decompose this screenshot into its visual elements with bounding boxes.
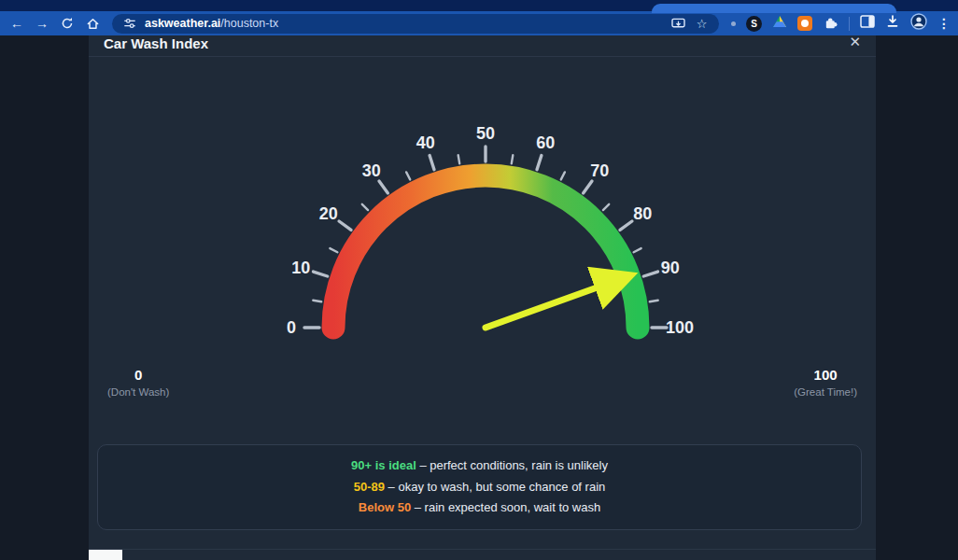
modal-title: Car Wash Index — [104, 35, 208, 51]
legend-rest: – rain expected soon, wait to wash — [411, 500, 600, 514]
legend-highlight: 50-89 — [354, 480, 385, 494]
page-bottom-strip — [89, 550, 122, 560]
legend-line: Below 50 – rain expected soon, wait to w… — [107, 497, 852, 519]
svg-text:60: 60 — [536, 133, 555, 152]
svg-text:70: 70 — [590, 161, 609, 180]
bookmark-star-icon[interactable]: ☆ — [694, 16, 710, 32]
s-extension-icon[interactable]: S — [746, 16, 762, 32]
url-text: askweather.ai/houston-tx — [145, 17, 663, 30]
forward-button[interactable]: → — [33, 14, 51, 33]
legend-box: 90+ is ideal – perfect conditions, rain … — [97, 444, 862, 530]
refresh-icon[interactable] — [58, 14, 77, 33]
car-wash-index-modal: Car Wash Index ✕ 0102030405060708090100 … — [89, 35, 876, 560]
mini-extension-dot-icon[interactable] — [731, 21, 736, 26]
svg-text:0: 0 — [287, 318, 296, 337]
endpoint-right-caption: (Great Time!) — [794, 386, 857, 398]
legend-line: 50-89 – okay to wash, but some chance of… — [107, 477, 852, 498]
svg-text:100: 100 — [666, 318, 694, 337]
drive-extension-icon[interactable] — [772, 15, 787, 32]
svg-text:40: 40 — [416, 133, 435, 152]
svg-text:90: 90 — [661, 259, 680, 277]
browser-tab[interactable] — [652, 4, 896, 13]
address-bar[interactable]: askweather.ai/houston-tx ☆ — [112, 14, 719, 34]
svg-text:80: 80 — [633, 204, 652, 223]
toolbar-divider — [849, 17, 850, 31]
endpoint-right: 100 (Great Time!) — [794, 367, 857, 398]
svg-text:50: 50 — [476, 124, 495, 143]
extensions-puzzle-icon[interactable] — [823, 14, 838, 34]
footer-divider — [89, 549, 876, 550]
window-titlebar — [0, 0, 958, 11]
legend-rest: – okay to wash, but some chance of rain — [385, 480, 605, 494]
downloads-icon[interactable] — [885, 14, 900, 33]
svg-text:30: 30 — [362, 161, 381, 180]
url-path: /houston-tx — [220, 17, 278, 30]
side-panel-icon[interactable] — [860, 15, 875, 32]
profile-avatar[interactable] — [910, 13, 927, 34]
camera-extension-icon[interactable] — [797, 16, 812, 31]
page-background: Car Wash Index ✕ 0102030405060708090100 … — [0, 35, 958, 560]
endpoint-left: 0 (Don't Wash) — [107, 367, 169, 398]
gauge-endpoints: 0 (Don't Wash) 100 (Great Time!) — [89, 367, 876, 398]
url-domain: askweather.ai — [145, 17, 220, 30]
legend-highlight: Below 50 — [359, 500, 411, 514]
cast-icon[interactable] — [670, 16, 686, 32]
svg-text:10: 10 — [291, 259, 310, 277]
back-button[interactable]: ← — [7, 14, 26, 33]
endpoint-left-value: 0 — [107, 367, 169, 383]
legend-line: 90+ is ideal – perfect conditions, rain … — [107, 455, 852, 477]
gauge-svg: 0102030405060708090100 — [89, 57, 882, 356]
site-settings-icon[interactable] — [121, 16, 137, 32]
browser-toolbar: ← → askweather.ai/houston-tx ☆ — [0, 11, 958, 35]
modal-header: Car Wash Index ✕ — [89, 35, 876, 56]
legend-highlight: 90+ is ideal — [351, 458, 416, 472]
endpoint-right-value: 100 — [794, 367, 857, 383]
close-icon[interactable]: ✕ — [849, 34, 861, 50]
home-icon[interactable] — [83, 14, 102, 33]
endpoint-left-caption: (Don't Wash) — [107, 386, 169, 398]
svg-text:20: 20 — [319, 204, 338, 223]
toolbar-extensions-area: S — [731, 13, 951, 34]
legend-rest: – perfect conditions, rain is unlikely — [416, 458, 608, 472]
browser-menu-icon[interactable]: ⋮ — [937, 16, 951, 31]
